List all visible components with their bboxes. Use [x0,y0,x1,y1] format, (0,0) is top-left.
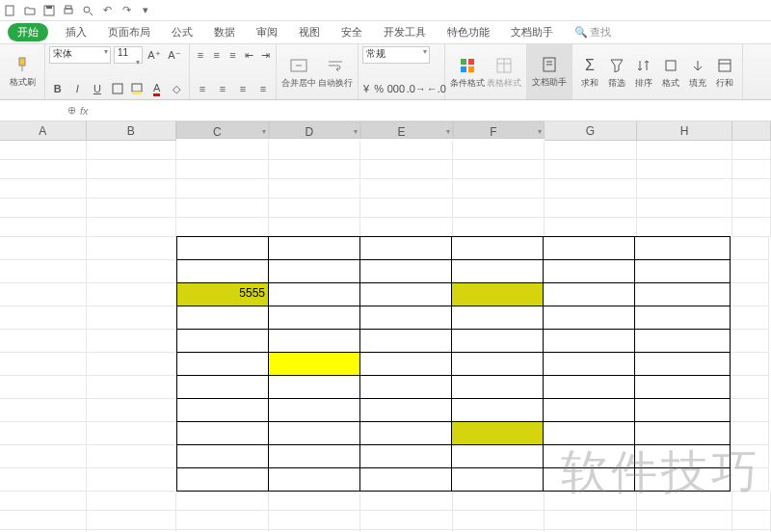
underline-button[interactable]: U [89,80,106,97]
cell-E8[interactable] [359,282,452,306]
cell-B2[interactable] [87,160,177,179]
new-file-icon[interactable] [4,4,17,17]
cell-F18[interactable] [453,511,545,530]
cell-H8[interactable] [634,282,731,306]
decrease-font-button[interactable]: A⁻ [166,46,183,64]
cell-E15[interactable] [359,444,452,468]
cell-H13[interactable] [634,398,731,422]
cell-F13[interactable] [451,398,544,422]
cell-F15[interactable] [451,444,544,468]
cell-H4[interactable] [637,199,733,218]
cell-D1[interactable] [269,141,361,160]
cell-G8[interactable] [543,282,635,306]
cell-G6[interactable] [543,236,635,260]
align-left-button[interactable]: ≡ [194,80,211,97]
cell-C13[interactable] [176,398,269,422]
cell-A18[interactable] [0,511,87,530]
cell-A13[interactable] [0,399,87,422]
cell-A3[interactable] [0,179,87,199]
cell-B14[interactable] [87,422,177,445]
cell-F3[interactable] [453,179,545,199]
cell-A15[interactable] [0,445,87,468]
align-bottom-button[interactable]: ≡ [226,46,240,64]
border-button[interactable] [109,80,126,97]
cell-D2[interactable] [269,160,361,179]
tab-formula[interactable]: 公式 [168,23,197,41]
cell-F1[interactable] [453,141,545,160]
cell-B11[interactable] [87,353,177,376]
tab-view[interactable]: 视图 [295,23,324,41]
cell-D15[interactable] [268,444,360,468]
cell-A5[interactable] [0,218,87,237]
search-box[interactable]: 🔍 查找 [574,25,611,40]
cell-F6[interactable] [451,236,544,260]
cell-I16[interactable] [731,468,769,492]
align-right-button[interactable]: ≡ [234,80,252,97]
cell-B13[interactable] [87,399,177,422]
cell-G12[interactable] [543,375,635,399]
col-header-B[interactable]: B [87,121,176,141]
cell-C17[interactable] [176,492,269,511]
font-size-select[interactable]: 11 [114,46,143,64]
cell-D16[interactable] [268,467,360,492]
cell-E10[interactable] [359,329,452,353]
cell-E3[interactable] [360,179,453,199]
cell-E6[interactable] [359,236,452,260]
indent-right-button[interactable]: ⇥ [258,46,272,64]
cell-I14[interactable] [731,422,769,445]
tab-security[interactable]: 安全 [337,23,366,41]
save-icon[interactable] [42,4,56,17]
qat-dropdown-icon[interactable]: ▾ [139,4,152,17]
cell-A10[interactable] [0,330,87,353]
cell-B3[interactable] [87,179,177,199]
cell-B9[interactable] [87,306,177,330]
cell-A12[interactable] [0,376,87,399]
align-top-button[interactable]: ≡ [194,46,207,64]
cell-A2[interactable] [0,160,87,179]
cell-C4[interactable] [176,199,269,218]
cell-A14[interactable] [0,422,87,445]
cell-C15[interactable] [176,444,269,468]
cell-B8[interactable] [87,283,177,306]
cell-G5[interactable] [545,218,637,237]
fill-color-button[interactable] [128,80,146,97]
cell-I18[interactable] [732,511,771,530]
cell-I12[interactable] [731,376,769,399]
decrease-decimal-button[interactable]: ←.0 [428,80,445,97]
cell-C3[interactable] [176,179,269,199]
col-header-I[interactable] [732,121,771,141]
cell-C11[interactable] [176,352,269,376]
cell-B12[interactable] [87,376,177,399]
cell-G7[interactable] [543,259,635,283]
cell-C6[interactable] [176,236,269,260]
comma-button[interactable]: 000 [387,80,405,97]
cell-A4[interactable] [0,199,87,218]
table-style-button[interactable]: 表格样式 [486,46,522,98]
sum-button[interactable]: Σ 求和 [576,46,603,98]
cell-I10[interactable] [731,330,769,353]
cell-E18[interactable] [360,511,453,530]
cell-H5[interactable] [637,218,733,237]
cell-B17[interactable] [87,492,177,511]
number-format-select[interactable]: 常规 [362,46,430,64]
cell-G13[interactable] [543,398,635,422]
cell-H16[interactable] [634,467,731,492]
cell-F8[interactable] [451,282,544,306]
cell-D17[interactable] [269,492,361,511]
tab-review[interactable]: 审阅 [253,23,281,41]
cell-C9[interactable] [176,306,269,330]
cell-E11[interactable] [359,352,452,376]
cell-G3[interactable] [545,179,637,199]
cell-B15[interactable] [87,445,177,468]
cell-E4[interactable] [360,199,453,218]
cell-I4[interactable] [732,199,771,218]
cell-G11[interactable] [543,352,635,376]
cell-G4[interactable] [545,199,637,218]
cell-C18[interactable] [176,511,269,530]
open-icon[interactable] [23,4,37,17]
cell-H6[interactable] [634,236,731,260]
redo-icon[interactable]: ↷ [120,4,133,17]
cell-H2[interactable] [637,160,733,179]
rowcol-button[interactable]: 行和 [711,46,738,98]
cell-F2[interactable] [453,160,545,179]
